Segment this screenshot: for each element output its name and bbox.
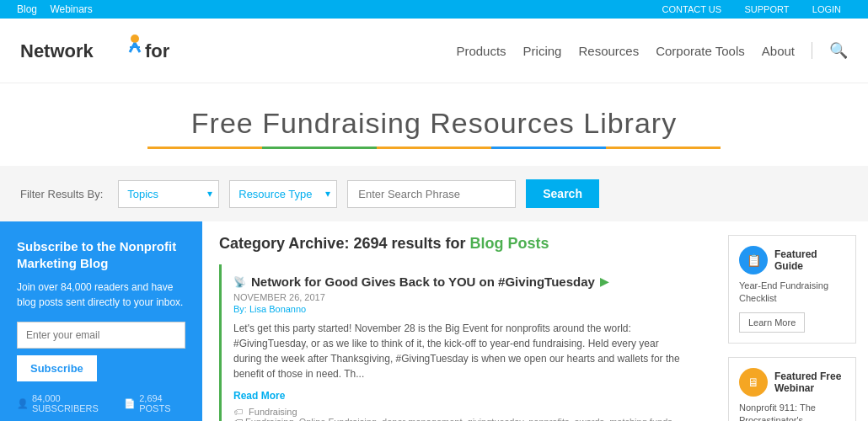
page-title-area: Free Fundraising Resources Library xyxy=(0,83,868,166)
webinar-icon-circle: 🖥 xyxy=(739,368,768,397)
nav-products[interactable]: Products xyxy=(456,44,506,58)
featured-guide-desc: Year-End Fundraising Checklist xyxy=(739,280,845,306)
subscribers-count: 84,000 SUBSCRIBERS xyxy=(32,393,112,413)
tag-category-1: Fundraising xyxy=(249,407,297,417)
resource-type-select[interactable]: Resource Type xyxy=(229,180,337,208)
featured-webinar-label: Featured Free Webinar xyxy=(774,370,845,394)
webinars-link[interactable]: Webinars xyxy=(50,3,92,15)
tag-icon-1: 🏷 xyxy=(233,407,243,417)
subscribe-button[interactable]: Subscribe xyxy=(17,355,97,381)
article-title-1: 📡 Network for Good Gives Back to YOU on … xyxy=(233,274,688,289)
featured-webinar-desc: Nonprofit 911: The Procrastinator's xyxy=(739,402,845,421)
nav-resources[interactable]: Resources xyxy=(578,44,639,58)
top-bar-left: Blog Webinars xyxy=(17,3,103,15)
main-header: Network for Good. Network for Good Produ… xyxy=(0,19,868,83)
right-sidebar: 📋 Featured Guide Year-End Fundraising Ch… xyxy=(716,221,868,421)
support-link[interactable]: SUPPORT xyxy=(744,4,789,14)
logo: Network for Good. Network for Good xyxy=(20,29,172,72)
blog-link[interactable]: Blog xyxy=(17,3,37,15)
logo-area: Network for Good. Network for Good xyxy=(20,29,172,72)
topics-select-wrapper: Topics xyxy=(118,180,219,208)
sidebar: Subscribe to the Nonprofit Marketing Blo… xyxy=(0,221,202,421)
read-more-1[interactable]: Read More xyxy=(233,390,285,402)
featured-guide-label: Featured Guide xyxy=(774,248,845,272)
article-arrow-1: ▶ xyxy=(600,275,608,288)
category-type: Blog Posts xyxy=(470,235,549,252)
sidebar-email-input[interactable] xyxy=(17,322,185,349)
featured-guide-card: 📋 Featured Guide Year-End Fundraising Ch… xyxy=(728,235,856,344)
filter-label: Filter Results By: xyxy=(20,188,103,200)
category-archive: Category Archive: 2694 results for Blog … xyxy=(219,235,699,253)
article-author-1: By: Lisa Bonanno xyxy=(233,304,688,314)
article-tags-1: 🏷 Fundraising 🏷 Fundraising, Online Fund… xyxy=(233,407,688,421)
search-button[interactable]: Search xyxy=(526,179,599,208)
main-content: Subscribe to the Nonprofit Marketing Blo… xyxy=(0,221,868,421)
filter-bar: Filter Results By: Topics Resource Type … xyxy=(0,166,868,221)
top-bar: Blog Webinars CONTACT US SUPPORT LOGIN xyxy=(0,0,868,19)
category-label: Category Archive: xyxy=(219,235,349,252)
nav-about[interactable]: About xyxy=(762,44,795,58)
svg-text:for: for xyxy=(145,40,170,61)
article-date-1: NOVEMBER 26, 2017 xyxy=(233,292,688,302)
header-search-button[interactable]: 🔍 xyxy=(829,41,848,60)
article-link-1[interactable]: Network for Good Gives Back to YOU on #G… xyxy=(251,274,595,289)
posts-count: 2,694 POSTS xyxy=(139,393,185,413)
nav-pricing[interactable]: Pricing xyxy=(523,44,562,58)
contact-link[interactable]: CONTACT US xyxy=(662,4,722,14)
rss-icon: 📡 xyxy=(233,276,246,288)
nav-corporate-tools[interactable]: Corporate Tools xyxy=(656,44,745,58)
post-icon: 📄 xyxy=(124,398,136,409)
svg-text:Network: Network xyxy=(20,40,94,61)
svg-point-1 xyxy=(131,35,139,43)
page-title: Free Fundraising Resources Library xyxy=(17,107,851,140)
featured-guide-learn-more[interactable]: Learn More xyxy=(739,312,805,333)
page-title-underline xyxy=(147,147,721,149)
tag-list-1: Fundraising, Online Fundraising, donor m… xyxy=(233,417,675,421)
sidebar-title: Subscribe to the Nonprofit Marketing Blo… xyxy=(17,238,185,271)
article-excerpt-1: Let's get this party started! November 2… xyxy=(233,321,688,381)
article-card-1: 📡 Network for Good Gives Back to YOU on … xyxy=(219,264,699,421)
login-link[interactable]: LOGIN xyxy=(812,4,841,14)
top-bar-right: CONTACT US SUPPORT LOGIN xyxy=(652,3,851,15)
sidebar-description: Join over 84,000 readers and have blog p… xyxy=(17,280,185,310)
logo-svg: Network for Good. xyxy=(20,29,172,69)
person-icon: 👤 xyxy=(17,398,29,409)
featured-webinar-card: 🖥 Featured Free Webinar Nonprofit 911: T… xyxy=(728,357,856,421)
subscribers-stat: 👤 84,000 SUBSCRIBERS xyxy=(17,393,112,413)
main-nav: Products Pricing Resources Corporate Too… xyxy=(456,41,848,60)
guide-icon: 📋 xyxy=(747,253,761,267)
search-input[interactable] xyxy=(347,180,516,208)
articles-area: Category Archive: 2694 results for Blog … xyxy=(202,221,716,421)
topics-select[interactable]: Topics xyxy=(118,180,219,208)
category-count: 2694 results for xyxy=(353,235,465,252)
tag-icon-2: 🏷 xyxy=(233,417,243,421)
featured-guide-header: 📋 Featured Guide xyxy=(739,246,845,274)
sidebar-stats: 👤 84,000 SUBSCRIBERS 📄 2,694 POSTS xyxy=(17,393,185,413)
webinar-icon: 🖥 xyxy=(747,376,759,389)
resource-type-select-wrapper: Resource Type xyxy=(229,180,337,208)
posts-stat: 📄 2,694 POSTS xyxy=(124,393,185,413)
guide-icon-circle: 📋 xyxy=(739,246,768,274)
featured-webinar-header: 🖥 Featured Free Webinar xyxy=(739,368,845,397)
